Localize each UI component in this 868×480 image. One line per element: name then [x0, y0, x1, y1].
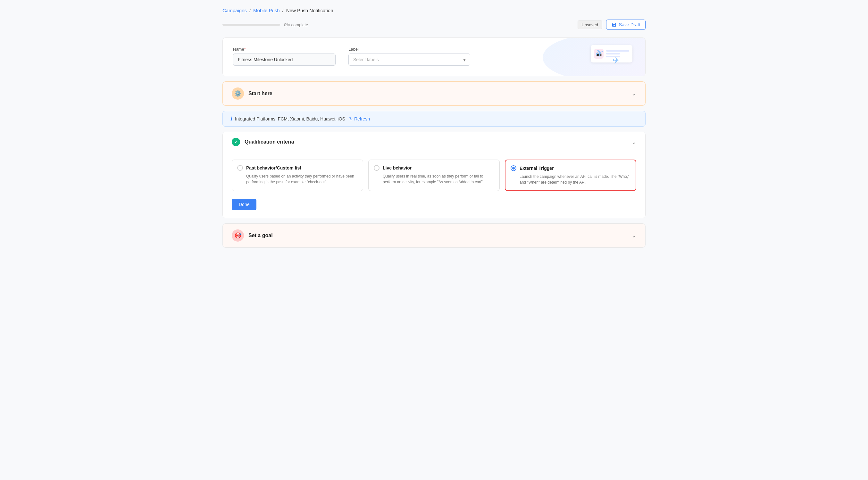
goal-title: Set a goal: [248, 233, 273, 238]
name-required-star: *: [244, 47, 246, 52]
qualification-chevron-icon: ⌄: [631, 138, 636, 146]
illustration-bg: [542, 38, 645, 76]
goal-header[interactable]: 🎯 Set a goal ⌄: [223, 224, 645, 247]
qual-option-live-behavior-title: Live behavior: [383, 165, 411, 170]
name-label-section: Name* Label Select labels 📷: [223, 38, 645, 76]
qual-option-live-behavior[interactable]: Live behavior Qualify users in real time…: [368, 160, 500, 191]
radio-live-behavior: [374, 165, 379, 171]
qual-option-past-behavior-header: Past behavior/Custom list: [237, 165, 358, 171]
progress-label: 0% complete: [284, 23, 308, 27]
breadcrumb-current-page: New Push Notification: [286, 8, 333, 13]
breadcrumb-mobile-push[interactable]: Mobile Push: [253, 8, 280, 13]
progress-bar-track: [222, 24, 280, 26]
label-select-wrapper: Select labels: [348, 54, 470, 66]
qual-option-past-behavior[interactable]: Past behavior/Custom list Qualify users …: [232, 160, 363, 191]
refresh-label: Refresh: [354, 116, 370, 122]
qualification-header-left: ✓ Qualification criteria: [232, 138, 294, 146]
start-here-chevron-icon: ⌄: [631, 90, 636, 97]
breadcrumb: Campaigns / Mobile Push / New Push Notif…: [222, 8, 646, 13]
name-field-group: Name*: [233, 47, 336, 66]
qual-option-past-behavior-title: Past behavior/Custom list: [246, 165, 301, 170]
qual-option-external-trigger-desc: Launch the campaign whenever an API call…: [510, 174, 630, 185]
save-draft-label: Save Draft: [619, 22, 640, 27]
notification-card-illustration: 📷: [591, 45, 632, 62]
integrated-platforms-text: Integrated Platforms: FCM, Xiaomi, Baidu…: [235, 116, 345, 122]
qualification-criteria-card: ✓ Qualification criteria ⌄ Past behavior…: [222, 132, 646, 218]
name-label: Name*: [233, 47, 336, 52]
label-select[interactable]: Select labels: [348, 54, 470, 66]
set-a-goal-card: 🎯 Set a goal ⌄: [222, 223, 646, 248]
goal-target-icon: 🎯: [234, 232, 241, 239]
goal-chevron-icon: ⌄: [631, 232, 636, 239]
notif-line-2: [606, 53, 620, 55]
integrated-platforms-bar: ℹ Integrated Platforms: FCM, Xiaomi, Bai…: [222, 111, 646, 127]
save-icon: [612, 22, 617, 27]
goal-header-left: 🎯 Set a goal: [232, 229, 273, 242]
qual-option-external-trigger-header: External Trigger: [510, 165, 630, 171]
unsaved-badge: Unsaved: [578, 21, 602, 29]
radio-external-trigger: [510, 165, 516, 171]
breadcrumb-sep-1: /: [249, 8, 251, 13]
radio-past-behavior: [237, 165, 243, 171]
qual-option-live-behavior-desc: Qualify users in real time, as soon as t…: [374, 173, 494, 185]
label-field-group: Label Select labels: [348, 47, 470, 66]
notif-line-1: [606, 50, 629, 52]
start-here-header-left: ⚙️ Start here: [232, 88, 273, 100]
progress-row: 0% complete Unsaved Save Draft: [222, 20, 646, 30]
qual-option-live-behavior-header: Live behavior: [374, 165, 494, 171]
notif-line-3: [606, 56, 620, 57]
breadcrumb-sep-2: /: [282, 8, 284, 13]
done-button[interactable]: Done: [232, 199, 256, 210]
paper-plane-2-icon: ✈: [611, 55, 620, 66]
breadcrumb-campaigns[interactable]: Campaigns: [222, 8, 247, 13]
qualification-check-icon: ✓: [232, 138, 240, 146]
start-here-header[interactable]: ⚙️ Start here ⌄: [223, 82, 645, 105]
name-input[interactable]: [233, 54, 336, 66]
label-field-label: Label: [348, 47, 470, 52]
save-draft-button[interactable]: Save Draft: [606, 20, 646, 30]
start-here-title: Start here: [248, 91, 273, 96]
qual-option-external-trigger[interactable]: External Trigger Launch the campaign whe…: [505, 160, 636, 191]
goal-icon-circle: 🎯: [232, 229, 244, 242]
name-label-card: Name* Label Select labels 📷: [222, 37, 646, 76]
qualification-header[interactable]: ✓ Qualification criteria ⌄: [223, 132, 645, 152]
notif-lines: [606, 50, 629, 57]
refresh-icon: ↻: [349, 116, 353, 122]
progress-right: Unsaved Save Draft: [578, 20, 646, 30]
paper-plane-1-icon: ✈: [593, 46, 605, 60]
start-here-icon-circle: ⚙️: [232, 88, 244, 100]
refresh-button[interactable]: ↻ Refresh: [349, 116, 370, 122]
qualification-title: Qualification criteria: [245, 139, 294, 145]
qualification-body: Past behavior/Custom list Qualify users …: [223, 152, 645, 218]
illustration: 📷 ✈ ✈: [542, 38, 645, 76]
qual-option-past-behavior-desc: Qualify users based on an activity they …: [237, 173, 358, 185]
qualification-options: Past behavior/Custom list Qualify users …: [232, 160, 636, 191]
progress-left: 0% complete: [222, 23, 308, 27]
start-here-card: ⚙️ Start here ⌄: [222, 82, 646, 106]
qual-option-external-trigger-title: External Trigger: [520, 166, 554, 171]
notif-icon-illustration: 📷: [594, 49, 603, 59]
start-here-gear-icon: ⚙️: [234, 90, 241, 97]
info-icon: ℹ: [230, 116, 232, 122]
